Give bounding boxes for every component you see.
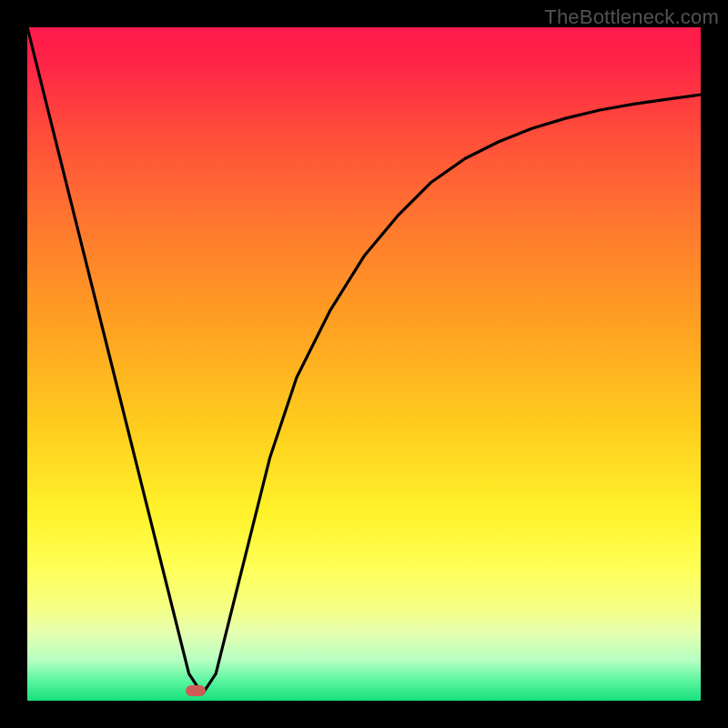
marker-pill: [186, 685, 206, 696]
bottleneck-chart: [27, 27, 701, 701]
watermark-text: TheBottleneck.com: [544, 5, 719, 29]
chart-frame: TheBottleneck.com: [0, 0, 728, 728]
gradient-background: [27, 27, 701, 701]
plot-area: [27, 27, 701, 701]
